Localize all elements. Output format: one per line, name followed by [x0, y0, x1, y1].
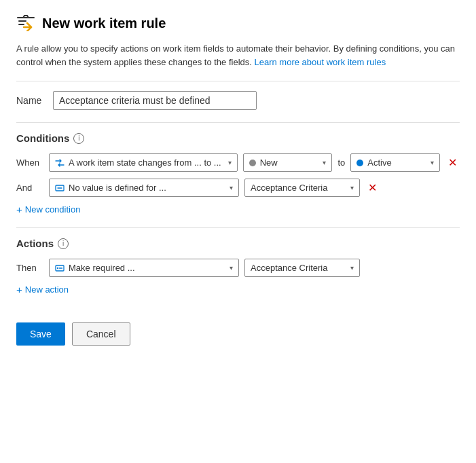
from-state-chevron: ▾	[323, 159, 326, 166]
new-state-dot	[249, 160, 256, 166]
then-action-chevron: ▾	[230, 264, 233, 272]
to-state-chevron: ▾	[431, 159, 434, 166]
and-field-dropdown[interactable]: Acceptance Criteria ▾	[244, 179, 360, 197]
divider-3	[16, 227, 460, 228]
page-title: New work item rule	[42, 16, 166, 31]
actions-section-header: Actions i	[16, 238, 460, 249]
then-field-text: Acceptance Criteria	[251, 263, 344, 273]
condition-when-row: When A work item state changes from ... …	[16, 153, 460, 172]
then-label: Then	[16, 263, 43, 273]
page-header: New work item rule	[16, 14, 460, 33]
remove-condition1-button[interactable]: ✕	[445, 155, 460, 170]
to-state-dropdown[interactable]: Active ▾	[350, 153, 440, 172]
conditions-info-icon[interactable]: i	[73, 133, 84, 144]
active-state-dot	[356, 160, 363, 166]
cancel-button[interactable]: Cancel	[72, 322, 130, 346]
then-field-chevron: ▾	[350, 264, 354, 272]
then-action-text: Make required ...	[69, 263, 223, 273]
to-state-text: Active	[367, 158, 424, 168]
name-label: Name	[16, 95, 43, 106]
learn-more-link[interactable]: Learn more about work item rules	[255, 57, 386, 67]
when-trigger-dropdown[interactable]: A work item state changes from ... to ..…	[49, 153, 238, 172]
then-field-dropdown[interactable]: Acceptance Criteria ▾	[244, 259, 360, 277]
rule-icon	[16, 14, 35, 33]
footer: Save Cancel	[16, 322, 460, 346]
conditions-title: Conditions	[16, 132, 69, 144]
when-trigger-chevron: ▾	[228, 159, 232, 166]
make-required-icon	[55, 263, 65, 273]
and-trigger-chevron: ▾	[230, 184, 233, 191]
new-action-label: New action	[25, 284, 69, 295]
page-description: A rule allow you to specify actions on w…	[16, 42, 460, 69]
from-state-dropdown[interactable]: New ▾	[243, 153, 333, 172]
remove-condition2-button[interactable]: ✕	[365, 180, 380, 196]
new-action-plus-icon: +	[16, 284, 22, 295]
new-condition-button[interactable]: + New condition	[16, 204, 80, 215]
svg-point-2	[57, 267, 58, 268]
to-label: to	[337, 158, 345, 168]
name-input[interactable]	[53, 91, 257, 110]
new-condition-plus-icon: +	[16, 204, 22, 215]
and-field-chevron: ▾	[350, 184, 354, 191]
and-trigger-text: No value is defined for ...	[69, 183, 223, 193]
no-value-icon	[55, 183, 65, 193]
and-label: And	[16, 183, 43, 193]
when-label: When	[16, 158, 43, 168]
divider-2	[16, 122, 460, 123]
arrows-icon	[55, 158, 65, 168]
name-row: Name	[16, 91, 460, 110]
and-trigger-dropdown[interactable]: No value is defined for ... ▾	[49, 179, 239, 197]
new-action-button[interactable]: + New action	[16, 284, 69, 295]
actions-section: Actions i Then Make required ... ▾ Accep…	[16, 238, 460, 295]
action-then-row: Then Make required ... ▾ Acceptance Crit…	[16, 259, 460, 277]
actions-title: Actions	[16, 238, 54, 249]
actions-info-icon[interactable]: i	[58, 238, 69, 249]
new-condition-label: New condition	[25, 204, 81, 215]
save-button[interactable]: Save	[16, 322, 65, 346]
conditions-section-header: Conditions i	[16, 132, 460, 144]
divider-1	[16, 81, 460, 81]
from-state-text: New	[260, 158, 316, 168]
and-field-text: Acceptance Criteria	[251, 183, 344, 193]
when-trigger-text: A work item state changes from ... to ..…	[69, 158, 221, 168]
then-action-dropdown[interactable]: Make required ... ▾	[49, 259, 239, 277]
condition-and-row: And No value is defined for ... ▾ Accept…	[16, 179, 460, 197]
